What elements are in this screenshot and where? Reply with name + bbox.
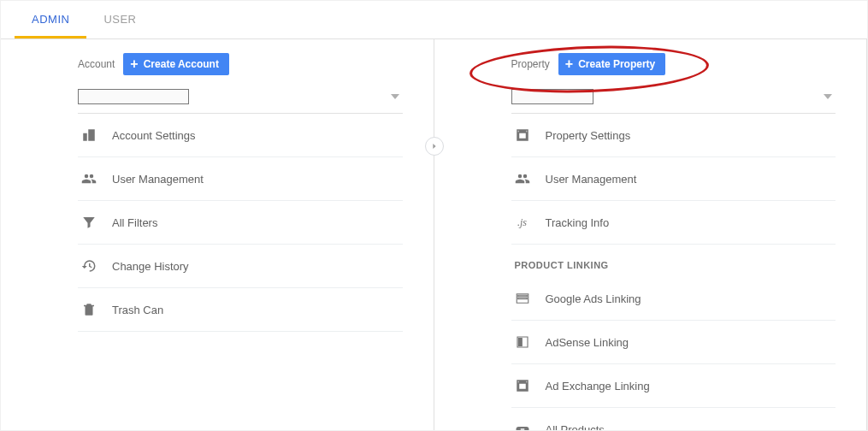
create-account-label: Create Account — [144, 58, 219, 70]
property-selector[interactable] — [511, 84, 836, 114]
menu-all-products[interactable]: All Products — [511, 408, 836, 431]
arrow-right-icon — [430, 142, 439, 151]
account-selector[interactable] — [78, 84, 403, 114]
tab-bar: ADMIN USER — [1, 1, 867, 39]
menu-label: Change History — [112, 260, 189, 273]
menu-label: Google Ads Linking — [546, 292, 641, 305]
menu-property-settings[interactable]: Property Settings — [511, 114, 836, 157]
create-property-button[interactable]: + Create Property — [558, 53, 665, 75]
menu-label: Tracking Info — [546, 216, 610, 229]
tab-admin[interactable]: ADMIN — [15, 1, 86, 38]
trash-icon — [81, 302, 97, 317]
property-label: Property — [511, 58, 550, 70]
menu-label: AdSense Linking — [546, 336, 629, 349]
menu-trash-can[interactable]: Trash Can — [78, 288, 403, 332]
menu-label: User Management — [112, 173, 204, 186]
menu-label: Account Settings — [112, 129, 196, 142]
chevron-down-icon — [824, 94, 832, 99]
window-square-icon — [515, 378, 530, 393]
js-icon: .js — [515, 215, 530, 230]
adsense-icon — [515, 334, 530, 350]
tab-user[interactable]: USER — [86, 1, 153, 38]
property-column: Property + Create Property Property Sett… — [434, 39, 868, 431]
account-label: Account — [78, 58, 115, 70]
create-property-label: Create Property — [578, 58, 655, 70]
account-selector-value — [78, 89, 189, 104]
company-icon — [81, 127, 97, 143]
chevron-down-icon — [391, 94, 399, 99]
create-account-button[interactable]: + Create Account — [123, 53, 229, 75]
menu-google-ads-linking[interactable]: Google Ads Linking — [511, 277, 836, 321]
history-icon — [81, 258, 97, 274]
menu-account-settings[interactable]: Account Settings — [78, 114, 403, 157]
plus-icon: + — [130, 59, 138, 69]
account-column: Account + Create Account Account Setting… — [1, 39, 434, 431]
menu-tracking-info[interactable]: .js Tracking Info — [511, 201, 836, 245]
filter-icon — [81, 215, 97, 230]
column-collapse-button[interactable] — [425, 137, 444, 156]
menu-label: User Management — [546, 173, 637, 186]
menu-label: Trash Can — [112, 304, 163, 316]
group-icon — [515, 171, 530, 186]
menu-all-filters[interactable]: All Filters — [78, 201, 403, 245]
ads-icon — [515, 291, 530, 306]
plus-icon: + — [565, 59, 573, 69]
menu-label: Ad Exchange Linking — [546, 380, 650, 393]
menu-label: All Filters — [112, 216, 157, 229]
group-icon — [81, 171, 97, 186]
link-icon — [515, 422, 530, 431]
menu-user-management-property[interactable]: User Management — [511, 157, 836, 201]
menu-label: All Products — [546, 423, 605, 432]
product-linking-heading: PRODUCT LINKING — [511, 245, 836, 277]
menu-label: Property Settings — [546, 129, 631, 142]
property-selector-value — [511, 89, 593, 104]
menu-adsense-linking[interactable]: AdSense Linking — [511, 321, 836, 364]
window-square-icon — [515, 127, 530, 143]
menu-user-management-account[interactable]: User Management — [78, 157, 403, 201]
menu-change-history[interactable]: Change History — [78, 245, 403, 288]
menu-ad-exchange-linking[interactable]: Ad Exchange Linking — [511, 364, 836, 408]
